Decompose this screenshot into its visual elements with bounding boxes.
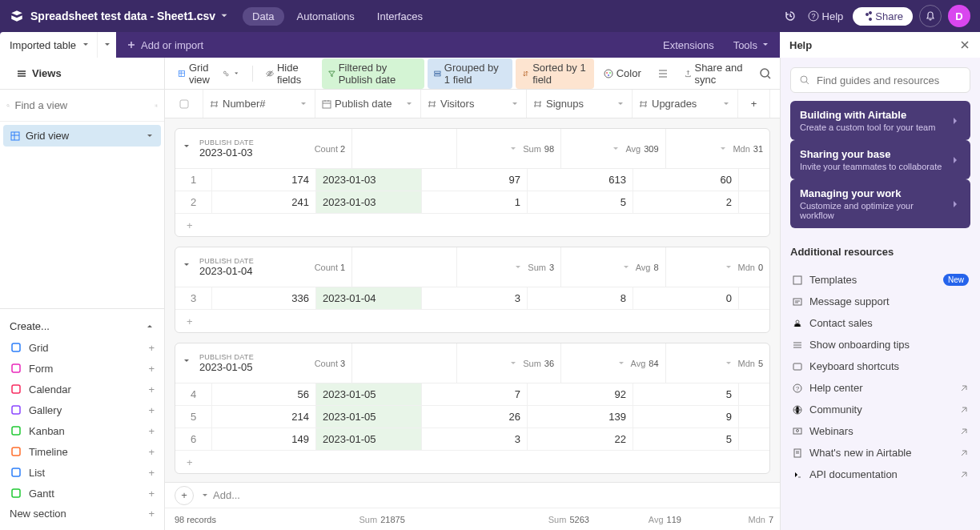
- create-list[interactable]: List+: [0, 462, 164, 483]
- notifications-icon[interactable]: [919, 5, 942, 27]
- col-signups[interactable]: Signups: [527, 90, 633, 118]
- chevron-down-icon[interactable]: [145, 131, 155, 141]
- help-link[interactable]: Webinars: [790, 420, 970, 442]
- select-all-checkbox[interactable]: [165, 90, 203, 118]
- svg-rect-11: [12, 468, 20, 476]
- chevron-down-icon[interactable]: [200, 491, 210, 500]
- help-panel: Building with AirtableCreate a custom to…: [780, 58, 980, 530]
- col-number[interactable]: Number#: [203, 90, 315, 118]
- add-column-button[interactable]: +: [738, 90, 770, 118]
- help-link[interactable]: What's new in Airtable: [790, 442, 970, 464]
- create-kanban[interactable]: Kanban+: [0, 420, 164, 441]
- svg-rect-6: [12, 364, 20, 372]
- tablebar: Imported table Add or import Extensions …: [0, 32, 980, 58]
- svg-rect-22: [180, 100, 188, 108]
- collapse-icon[interactable]: [182, 260, 191, 270]
- new-section[interactable]: New section+: [0, 504, 164, 524]
- group-header[interactable]: PUBLISH DATE2023-01-03Count 2Sum 98Avg 3…: [175, 129, 769, 169]
- create-header[interactable]: Create...: [0, 315, 164, 337]
- table-tab-menu[interactable]: [97, 32, 116, 58]
- collapse-icon[interactable]: [182, 142, 191, 151]
- history-icon[interactable]: [779, 5, 801, 27]
- eye-off-icon: [266, 68, 274, 79]
- help-link[interactable]: ?Help center: [790, 377, 970, 399]
- nav-data[interactable]: Data: [243, 7, 283, 26]
- table-row[interactable]: 33362023-01-04380: [175, 287, 769, 310]
- help-link[interactable]: Community: [790, 399, 970, 420]
- group-button[interactable]: Grouped by 1 field: [428, 58, 512, 89]
- help-link[interactable]: Show onboarding tips: [790, 334, 970, 355]
- group-add-row[interactable]: +: [175, 214, 769, 236]
- footer-add-row: + Add...: [165, 482, 780, 508]
- svg-rect-8: [12, 406, 20, 414]
- help-panel-header: Help: [780, 32, 980, 58]
- nav-automations[interactable]: Automations: [287, 7, 364, 26]
- col-visitors[interactable]: Visitors: [421, 90, 527, 118]
- views-button[interactable]: Views: [10, 64, 68, 82]
- svg-rect-7: [12, 385, 20, 393]
- table-row[interactable]: 4562023-01-057925: [175, 383, 769, 406]
- filter-button[interactable]: Filtered by Publish date: [322, 58, 424, 89]
- row-height-button[interactable]: [651, 65, 675, 82]
- find-view: [0, 90, 164, 122]
- nav-interfaces[interactable]: Interfaces: [368, 7, 432, 26]
- create-grid[interactable]: Grid+: [0, 337, 164, 358]
- table-row[interactable]: 61492023-01-053225: [175, 428, 769, 451]
- group-add-row[interactable]: +: [175, 451, 769, 473]
- svg-rect-26: [793, 299, 801, 305]
- create-timeline[interactable]: Timeline+: [0, 441, 164, 462]
- help-link[interactable]: API documentation: [790, 464, 970, 485]
- close-icon[interactable]: [959, 39, 970, 50]
- table-row[interactable]: 52142023-01-05261399: [175, 406, 769, 428]
- column-headers: Number# Publish date Visitors Signups Up…: [165, 90, 780, 118]
- help-search-input[interactable]: [817, 74, 962, 86]
- col-upgrades[interactable]: Upgrades: [633, 90, 738, 118]
- sort-icon: [522, 69, 529, 78]
- svg-rect-5: [12, 343, 20, 351]
- create-gantt[interactable]: Gantt+: [0, 483, 164, 504]
- sort-button[interactable]: Sorted by 1 field: [516, 58, 593, 89]
- title-caret-icon[interactable]: [219, 10, 230, 22]
- extensions-link[interactable]: Extensions: [653, 32, 724, 58]
- create-form[interactable]: Form+: [0, 358, 164, 379]
- find-view-input[interactable]: [15, 99, 150, 111]
- share-button[interactable]: Share: [853, 7, 913, 26]
- group-header[interactable]: PUBLISH DATE2023-01-04Count 1Sum 3Avg 8M…: [175, 247, 769, 287]
- help-link[interactable]: TemplatesNew: [790, 269, 970, 291]
- group-add-row[interactable]: +: [175, 310, 769, 332]
- view-item-grid[interactable]: Grid view: [3, 125, 161, 147]
- create-calendar[interactable]: Calendar+: [0, 379, 164, 400]
- gear-icon[interactable]: [155, 100, 159, 111]
- tools-link[interactable]: Tools: [724, 32, 780, 58]
- summary-row: 98 records Sum21875 Sum5263 Avg119 Mdn7: [165, 508, 780, 530]
- base-title[interactable]: Spreadsheet test data - Sheet1.csv: [30, 10, 215, 22]
- add-record-button[interactable]: +: [175, 486, 194, 505]
- hide-fields-button[interactable]: Hide fields: [259, 58, 319, 89]
- table-row[interactable]: 11742023-01-039761360: [175, 169, 769, 191]
- col-publish-date[interactable]: Publish date: [315, 90, 421, 118]
- user-avatar[interactable]: D: [948, 5, 970, 27]
- calendar-icon: [322, 99, 331, 109]
- table-tab[interactable]: Imported table: [0, 32, 97, 58]
- help-link[interactable]: Contact sales: [790, 312, 970, 334]
- help-card[interactable]: Sharing your baseInvite your teammates t…: [790, 140, 970, 179]
- topbar-help[interactable]: ?Help: [808, 10, 844, 22]
- collapse-icon[interactable]: [182, 356, 191, 366]
- help-card[interactable]: Managing your workCustomize and optimize…: [790, 179, 970, 228]
- help-link[interactable]: Message support: [790, 291, 970, 312]
- help-search[interactable]: [790, 67, 970, 93]
- group: PUBLISH DATE2023-01-05Count 3Sum 36Avg 8…: [175, 343, 770, 474]
- table-row[interactable]: 22412023-01-03152: [175, 191, 769, 214]
- add-import-button[interactable]: Add or import: [117, 39, 213, 51]
- group-header[interactable]: PUBLISH DATE2023-01-05Count 3Sum 36Avg 8…: [175, 343, 769, 383]
- views-sidebar: Views Grid view Create... Grid+Form+Cale…: [0, 58, 165, 530]
- create-gallery[interactable]: Gallery+: [0, 400, 164, 420]
- help-card[interactable]: Building with AirtableCreate a custom to…: [790, 101, 970, 140]
- color-button[interactable]: Color: [597, 64, 648, 82]
- grid-search-icon[interactable]: [757, 62, 773, 85]
- hash-icon: [533, 99, 543, 109]
- grid-view-name[interactable]: Grid view: [171, 58, 246, 89]
- share-sync-button[interactable]: Share and sync: [678, 58, 754, 89]
- svg-rect-4: [11, 132, 19, 140]
- help-link[interactable]: Keyboard shortcuts: [790, 355, 970, 377]
